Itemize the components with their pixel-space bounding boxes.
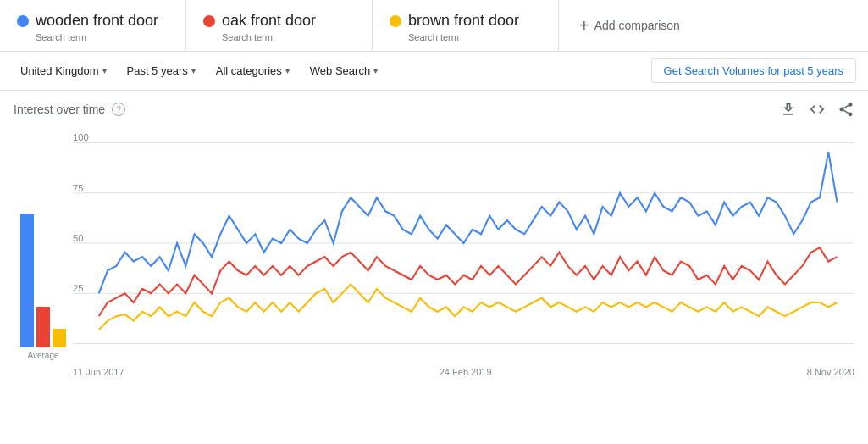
search-type-chevron: ▾ xyxy=(373,66,378,75)
chart-section: Interest over time ? xyxy=(0,91,868,379)
region-label: United Kingdom xyxy=(20,64,99,77)
term-sub-oak: Search term xyxy=(222,32,355,42)
term-dot-wooden xyxy=(17,15,29,27)
category-chevron: ▾ xyxy=(285,66,290,75)
share-icon[interactable] xyxy=(838,101,854,118)
help-icon[interactable]: ? xyxy=(112,103,125,116)
plus-icon: + xyxy=(579,16,589,36)
add-comparison-button[interactable]: + Add comparison xyxy=(559,0,700,51)
download-icon[interactable] xyxy=(780,101,797,118)
line-chart-wrapper: 100 75 50 25 11 Jun 2017 24 Feb 2019 8 N… xyxy=(73,125,854,362)
line-chart: 100 75 50 25 xyxy=(73,125,854,362)
category-filter[interactable]: All categories ▾ xyxy=(207,59,298,82)
term-label-brown: brown front door xyxy=(408,12,519,30)
avg-bar-brown xyxy=(53,329,66,347)
term-dot-brown xyxy=(390,15,401,27)
period-chevron: ▾ xyxy=(191,66,196,75)
region-filter[interactable]: United Kingdom ▾ xyxy=(12,59,115,82)
add-comparison-label: Add comparison xyxy=(594,19,680,32)
term-sub-brown: Search term xyxy=(408,32,541,42)
term-oak: oak front door Search term xyxy=(186,0,373,51)
svg-text:50: 50 xyxy=(73,233,84,243)
x-label-3: 8 Nov 2020 xyxy=(807,367,854,377)
chart-actions xyxy=(780,101,854,118)
filter-bar: United Kingdom ▾ Past 5 years ▾ All cate… xyxy=(0,52,868,91)
term-wooden: wooden front door Search term xyxy=(0,0,186,51)
header-terms: wooden front door Search term oak front … xyxy=(0,0,868,52)
term-brown: brown front door Search term xyxy=(373,0,559,51)
x-label-1: 11 Jun 2017 xyxy=(73,367,124,377)
avg-label: Average xyxy=(27,351,58,360)
avg-bar-section: Average xyxy=(14,125,73,379)
chart-container: Average 100 75 50 25 xyxy=(14,125,854,379)
svg-text:25: 25 xyxy=(73,283,84,293)
x-label-2: 24 Feb 2019 xyxy=(440,367,492,377)
region-chevron: ▾ xyxy=(102,66,107,75)
avg-bar-oak xyxy=(36,307,50,347)
get-volumes-button[interactable]: Get Search Volumes for past 5 years xyxy=(651,58,856,83)
search-type-filter[interactable]: Web Search ▾ xyxy=(301,59,386,82)
x-axis-labels: 11 Jun 2017 24 Feb 2019 8 Nov 2020 xyxy=(73,365,854,377)
svg-text:100: 100 xyxy=(73,132,89,142)
term-sub-wooden: Search term xyxy=(36,32,169,42)
period-filter[interactable]: Past 5 years ▾ xyxy=(119,59,204,82)
search-type-label: Web Search xyxy=(310,64,370,77)
avg-bars xyxy=(20,161,66,347)
avg-bar-wooden xyxy=(20,214,34,347)
term-dot-oak xyxy=(203,15,215,27)
term-label-oak: oak front door xyxy=(222,12,316,30)
category-label: All categories xyxy=(216,64,282,77)
line-wooden xyxy=(99,152,838,293)
chart-title-row: Interest over time ? xyxy=(14,101,854,118)
svg-text:75: 75 xyxy=(73,182,84,192)
chart-title: Interest over time ? xyxy=(14,103,125,116)
term-label-wooden: wooden front door xyxy=(36,12,158,30)
period-label: Past 5 years xyxy=(127,64,188,77)
embed-icon[interactable] xyxy=(809,101,826,118)
